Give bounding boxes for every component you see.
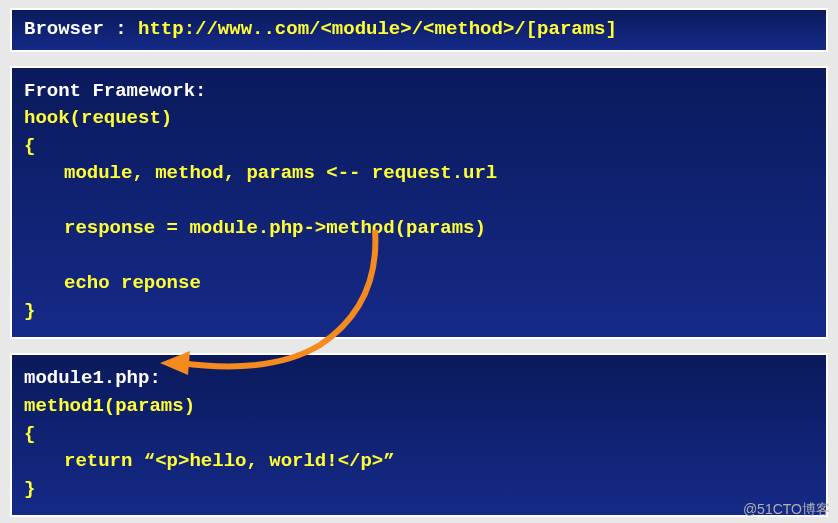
watermark-text: @51CTO博客 <box>743 501 830 519</box>
brace-open: { <box>24 421 814 449</box>
browser-url-box: Browser : http://www..com/<module>/<meth… <box>10 8 828 52</box>
code-line-3: echo reponse <box>24 270 814 298</box>
browser-label: Browser : <box>24 18 138 40</box>
framework-title: Front Framework: <box>24 78 814 106</box>
brace-open: { <box>24 133 814 161</box>
module-php-box: module1.php: method1(params) { return “<… <box>10 353 828 517</box>
module-title: module1.php: <box>24 365 814 393</box>
method-function: method1(params) <box>24 393 814 421</box>
browser-url: http://www..com/<module>/<method>/[param… <box>138 18 617 40</box>
front-framework-box: Front Framework: hook(request) { module,… <box>10 66 828 340</box>
code-line-1: module, method, params <-- request.url <box>24 160 814 188</box>
brace-close: } <box>24 298 814 326</box>
hook-function: hook(request) <box>24 105 814 133</box>
code-line-return: return “<p>hello, world!</p>” <box>24 448 814 476</box>
brace-close: } <box>24 476 814 504</box>
code-line-2: response = module.php->method(params) <box>24 215 814 243</box>
